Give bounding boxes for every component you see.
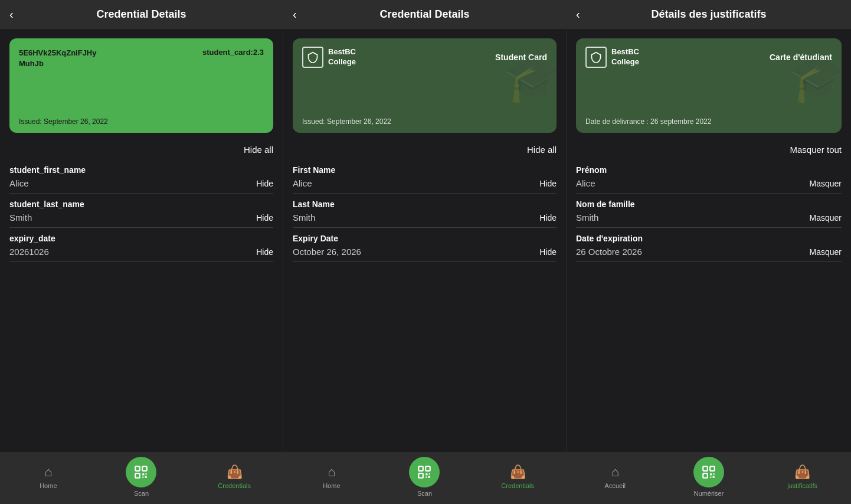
college-shield-3 xyxy=(585,47,607,68)
hide-all-row-2: Hide all xyxy=(283,142,566,159)
nav-home-2[interactable]: ⌂ Home xyxy=(313,464,351,489)
hide-all-button-2[interactable]: Hide all xyxy=(527,145,557,155)
hide-all-row-3: Masquer tout xyxy=(567,142,851,159)
hide-all-button-1[interactable]: Hide all xyxy=(244,145,273,155)
field-item-2-1: Last Name Smith Hide xyxy=(293,194,557,228)
field-value-1-0: Alice xyxy=(9,178,29,188)
svg-rect-11 xyxy=(429,473,430,474)
svg-rect-16 xyxy=(703,473,708,478)
scan-button-3[interactable] xyxy=(693,457,724,487)
scan-button-1[interactable] xyxy=(126,457,156,487)
nav-scan-label-3: Numériser xyxy=(694,490,724,497)
field-label-3-1: Nom de famille xyxy=(576,199,842,209)
nav-home-label-3: Accueil xyxy=(605,482,626,489)
field-value-row-1-0: Alice Hide xyxy=(9,178,273,188)
header-2: ‹ Credential Details xyxy=(283,0,566,29)
svg-rect-3 xyxy=(143,473,145,475)
card-issued-2: Issued: September 26, 2022 xyxy=(302,117,391,126)
home-icon-2: ⌂ xyxy=(328,464,335,480)
credentials-icon-2: 👜 xyxy=(510,464,526,480)
back-button-3[interactable]: ‹ xyxy=(576,8,580,21)
header-3: ‹ Détails des justificatifs xyxy=(567,0,851,29)
card-issued-1: Issued: September 26, 2022 xyxy=(19,117,108,126)
field-value-2-2: October 26, 2026 xyxy=(293,247,361,257)
credentials-icon-1: 👜 xyxy=(227,464,243,480)
nav-scan-3[interactable]: Numériser xyxy=(693,457,724,497)
svg-rect-14 xyxy=(703,466,708,471)
svg-rect-12 xyxy=(426,477,427,478)
field-value-3-2: 26 Octobre 2026 xyxy=(576,247,642,257)
nav-credentials-1[interactable]: 👜 Credentials xyxy=(215,464,253,489)
nav-scan-1[interactable]: Scan xyxy=(126,457,156,497)
back-button-2[interactable]: ‹ xyxy=(293,8,297,21)
field-label-2-0: First Name xyxy=(293,165,557,175)
card-area-3: BestBC College Carte d'étudiant 🎓 Date d… xyxy=(567,29,851,142)
hide-button-1-1[interactable]: Hide xyxy=(256,213,273,222)
svg-rect-1 xyxy=(143,466,148,471)
hide-button-2-2[interactable]: Hide xyxy=(539,247,557,257)
field-value-1-1: Smith xyxy=(9,212,32,222)
card-watermark-3: 🎓 xyxy=(788,50,842,106)
field-item-3-1: Nom de famille Smith Masquer xyxy=(576,194,842,228)
field-value-2-0: Alice xyxy=(293,178,312,188)
credential-card-2: BestBC College Student Card 🎓 Issued: Se… xyxy=(293,38,557,133)
card-area-1: 5E6HVk25KqZniFJHy MuhJb student_card:2.3… xyxy=(0,29,283,142)
svg-rect-20 xyxy=(712,476,714,478)
credentials-icon-3: 👜 xyxy=(794,464,810,480)
svg-rect-10 xyxy=(426,473,428,475)
hide-button-3-2[interactable]: Masquer xyxy=(810,247,842,257)
field-label-1-0: student_first_name xyxy=(9,165,273,175)
nav-scan-label-2: Scan xyxy=(417,490,432,497)
field-item-1-0: student_first_name Alice Hide xyxy=(9,159,273,194)
fields-list-1: student_first_name Alice Hide student_la… xyxy=(0,159,283,452)
card-logo-area-2: BestBC College xyxy=(302,47,356,68)
back-button-1[interactable]: ‹ xyxy=(9,8,14,21)
field-label-2-2: Expiry Date xyxy=(293,234,557,243)
card-area-2: BestBC College Student Card 🎓 Issued: Se… xyxy=(283,29,566,142)
hide-button-2-1[interactable]: Hide xyxy=(539,213,557,222)
svg-rect-19 xyxy=(710,477,711,478)
hide-all-button-3[interactable]: Masquer tout xyxy=(790,145,842,155)
hide-button-1-2[interactable]: Hide xyxy=(256,247,273,257)
bottom-nav-3: ⌂ Accueil Numériser 👜 justificatifs xyxy=(567,452,851,504)
header-1: ‹ Credential Details xyxy=(0,0,283,29)
field-label-1-1: student_last_name xyxy=(9,199,273,209)
hide-button-3-1[interactable]: Masquer xyxy=(810,213,842,222)
svg-rect-5 xyxy=(143,477,144,478)
field-label-3-0: Prénom xyxy=(576,165,842,175)
field-item-2-0: First Name Alice Hide xyxy=(293,159,557,194)
nav-home-1[interactable]: ⌂ Home xyxy=(30,464,67,489)
field-value-2-1: Smith xyxy=(293,212,315,222)
hide-button-2-0[interactable]: Hide xyxy=(539,179,557,188)
field-label-3-2: Date d'expiration xyxy=(576,234,842,243)
nav-credentials-3[interactable]: 👜 justificatifs xyxy=(784,464,821,489)
svg-rect-7 xyxy=(419,466,424,471)
field-value-row-3-1: Smith Masquer xyxy=(576,212,842,222)
fields-list-2: First Name Alice Hide Last Name Smith Hi… xyxy=(283,159,566,452)
nav-credentials-label-2: Credentials xyxy=(501,482,534,489)
field-value-row-3-2: 26 Octobre 2026 Masquer xyxy=(576,247,842,257)
field-value-row-2-1: Smith Hide xyxy=(293,212,557,222)
svg-rect-13 xyxy=(428,476,430,478)
nav-scan-2[interactable]: Scan xyxy=(409,457,440,497)
field-item-1-2: expiry_date 20261026 Hide xyxy=(9,228,273,262)
college-name-2: BestBC College xyxy=(328,47,356,67)
hide-button-1-0[interactable]: Hide xyxy=(256,179,273,188)
nav-home-3[interactable]: ⌂ Accueil xyxy=(596,464,634,489)
bottom-nav-1: ⌂ Home Scan 👜 Credentials xyxy=(0,452,283,504)
panel-title-1: Credential Details xyxy=(96,8,186,21)
nav-credentials-label-3: justificatifs xyxy=(787,482,817,489)
field-value-row-2-0: Alice Hide xyxy=(293,178,557,188)
scan-button-2[interactable] xyxy=(409,457,440,487)
hide-button-3-0[interactable]: Masquer xyxy=(810,179,842,188)
panel-title-2: Credential Details xyxy=(379,8,469,21)
field-value-3-1: Smith xyxy=(576,212,598,222)
field-value-row-2-2: October 26, 2026 Hide xyxy=(293,247,557,257)
nav-credentials-2[interactable]: 👜 Credentials xyxy=(499,464,536,489)
fields-list-3: Prénom Alice Masquer Nom de famille Smit… xyxy=(567,159,851,452)
home-icon-1: ⌂ xyxy=(44,464,52,480)
bottom-nav-2: ⌂ Home Scan 👜 Credentials xyxy=(283,452,566,504)
field-value-row-1-1: Smith Hide xyxy=(9,212,273,222)
field-item-3-0: Prénom Alice Masquer xyxy=(576,159,842,194)
svg-rect-17 xyxy=(710,473,712,475)
